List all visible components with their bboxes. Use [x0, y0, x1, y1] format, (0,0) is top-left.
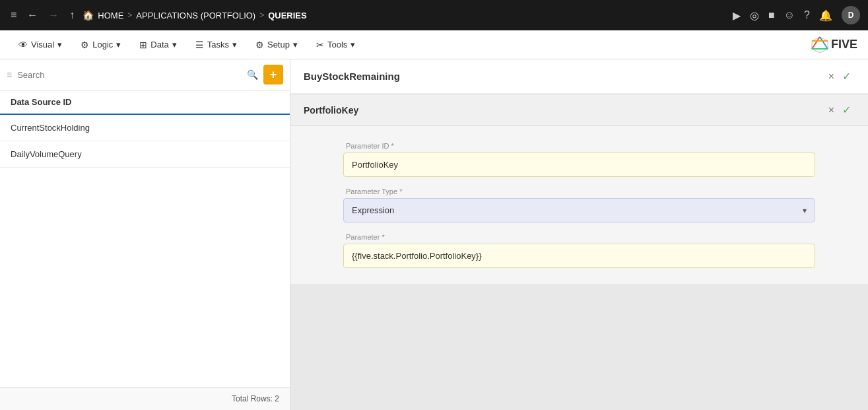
menu-icon[interactable]: ≡ — [8, 7, 19, 24]
tools-icon: ✂ — [316, 40, 324, 50]
parameter-type-select[interactable]: Expression Value Field — [344, 199, 815, 222]
list-item[interactable]: CurrentStockHolding — [0, 115, 290, 141]
sub-panel-confirm-button[interactable]: ✓ — [838, 102, 855, 118]
stop-icon[interactable]: ■ — [768, 9, 775, 21]
logic-dropdown-icon: ▾ — [116, 40, 121, 50]
parameter-field: Parameter * — [343, 233, 815, 268]
add-button[interactable]: + — [263, 65, 283, 85]
main-panel-header: BuyStockRemaining × ✓ — [290, 59, 868, 94]
nav-tools-label: Tools — [327, 40, 347, 50]
sidebar: ≡ 🔍 + Data Source ID CurrentStockHolding… — [0, 59, 290, 410]
top-nav-left: ≡ ← → ↑ 🏠 HOME > APPLICATIONS (PORTFOLIO… — [8, 7, 727, 24]
five-logo: FIVE — [810, 35, 857, 55]
breadcrumb-home[interactable]: HOME — [98, 11, 123, 20]
tasks-dropdown-icon: ▾ — [232, 40, 237, 50]
breadcrumb-applications[interactable]: APPLICATIONS (PORTFOLIO) — [136, 11, 255, 20]
data-dropdown-icon: ▾ — [172, 40, 177, 50]
sub-panel-header: PortfolioKey × ✓ — [290, 94, 868, 126]
parameter-type-label: Parameter Type * — [343, 188, 815, 195]
sub-panel-close-button[interactable]: × — [824, 103, 838, 118]
breadcrumb-sep-1: > — [127, 11, 132, 20]
main-panel-confirm-button[interactable]: ✓ — [838, 69, 855, 84]
breadcrumb-sep-2: > — [259, 11, 264, 20]
main-panel: BuyStockRemaining × ✓ — [290, 59, 868, 94]
nav-tasks-label: Tasks — [207, 40, 229, 50]
parameter-type-field: Parameter Type * Expression Value Field … — [343, 188, 815, 222]
tasks-icon: ☰ — [195, 40, 204, 50]
sidebar-search-bar: ≡ 🔍 + — [0, 59, 290, 90]
up-icon[interactable]: ↑ — [67, 7, 77, 24]
parameter-id-field: Parameter ID * — [343, 142, 815, 177]
main-panel-close-button[interactable]: × — [824, 69, 838, 84]
nav-data-label: Data — [150, 40, 168, 50]
play-icon[interactable]: ▶ — [733, 9, 741, 22]
setup-dropdown-icon: ▾ — [293, 40, 298, 50]
parameter-id-label: Parameter ID * — [343, 142, 815, 150]
sidebar-list: CurrentStockHolding DailyVolumeQuery — [0, 115, 290, 387]
nav-logic-label: Logic — [92, 40, 113, 50]
search-input[interactable] — [17, 70, 242, 80]
main-panel-title: BuyStockRemaining — [304, 71, 824, 82]
parameter-id-input[interactable] — [343, 153, 815, 177]
nav-setup-label: Setup — [267, 40, 290, 50]
logic-icon: ⚙ — [81, 40, 89, 50]
parameter-label: Parameter * — [343, 233, 815, 241]
top-nav-right: ▶ ◎ ■ ☺ ? 🔔 D — [733, 6, 860, 24]
data-icon: ⊞ — [139, 40, 147, 50]
bell-icon[interactable]: 🔔 — [819, 9, 832, 22]
help-icon[interactable]: ? — [804, 9, 810, 21]
visual-dropdown-icon: ▾ — [57, 40, 62, 50]
top-nav: ≡ ← → ↑ 🏠 HOME > APPLICATIONS (PORTFOLIO… — [0, 0, 868, 30]
list-item[interactable]: DailyVolumeQuery — [0, 141, 290, 168]
content-area: BuyStockRemaining × ✓ PortfolioKey × ✓ P… — [290, 59, 868, 410]
search-icon[interactable]: ◎ — [750, 9, 759, 22]
main-layout: ≡ 🔍 + Data Source ID CurrentStockHolding… — [0, 59, 868, 410]
nav-data[interactable]: ⊞ Data ▾ — [131, 36, 184, 54]
forward-icon[interactable]: → — [46, 7, 61, 24]
tools-dropdown-icon: ▾ — [351, 40, 355, 50]
sidebar-column-header: Data Source ID — [0, 90, 290, 115]
sub-panel: PortfolioKey × ✓ Parameter ID * Paramete… — [290, 94, 868, 284]
nav-setup[interactable]: ⚙ Setup ▾ — [248, 36, 306, 54]
breadcrumb-queries[interactable]: QUERIES — [268, 11, 307, 20]
avatar[interactable]: D — [842, 6, 860, 24]
nav-visual-label: Visual — [31, 40, 54, 50]
sub-panel-body: Parameter ID * Parameter Type * Expressi… — [290, 126, 868, 284]
visual-icon: 👁 — [18, 40, 28, 50]
five-logo-text: FIVE — [831, 38, 857, 51]
parameter-input[interactable] — [343, 244, 815, 268]
robot-icon[interactable]: ☺ — [784, 9, 795, 21]
nav-tasks[interactable]: ☰ Tasks ▾ — [187, 36, 245, 54]
nav-visual[interactable]: 👁 Visual ▾ — [11, 36, 70, 54]
second-nav: 👁 Visual ▾ ⚙ Logic ▾ ⊞ Data ▾ ☰ Tasks ▾ … — [0, 30, 868, 59]
sidebar-footer: Total Rows: 2 — [0, 387, 290, 410]
parameter-type-select-wrapper: Expression Value Field ▾ — [343, 198, 815, 222]
setup-icon: ⚙ — [255, 40, 264, 50]
breadcrumb: 🏠 HOME > APPLICATIONS (PORTFOLIO) > QUER… — [83, 10, 306, 20]
nav-logic[interactable]: ⚙ Logic ▾ — [73, 36, 129, 54]
nav-tools[interactable]: ✂ Tools ▾ — [308, 36, 363, 54]
back-icon[interactable]: ← — [24, 7, 40, 24]
sub-panel-title: PortfolioKey — [304, 105, 824, 116]
filter-icon: ≡ — [7, 69, 12, 80]
search-icon-btn[interactable]: 🔍 — [247, 69, 258, 80]
